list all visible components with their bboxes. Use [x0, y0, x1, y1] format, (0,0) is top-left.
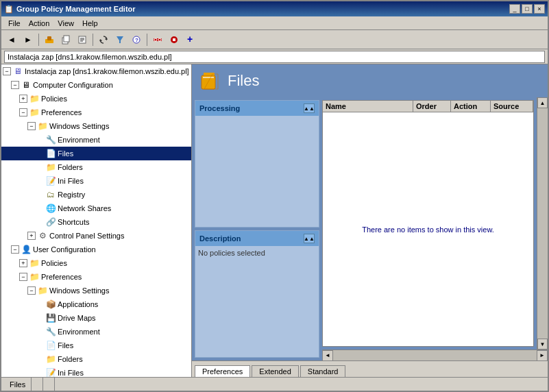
tree-item-networkshares1[interactable]: 🌐 Network Shares [1, 201, 191, 215]
stop-button[interactable] [167, 32, 182, 47]
drivemaps2-icon: 💾 [45, 313, 56, 323]
inifiles2-icon: 📝 [45, 367, 56, 377]
scroll-up-button[interactable]: ▲ [537, 97, 548, 108]
tree-item-winsettings1[interactable]: − 📁 Windows Settings [1, 119, 191, 133]
address-bar [1, 49, 548, 64]
title-bar-left: 📋 Group Policy Management Editor [4, 5, 136, 14]
expand-computer[interactable]: − [11, 81, 19, 89]
svg-text:+: + [187, 35, 193, 45]
window-title: Group Policy Management Editor [16, 5, 136, 13]
tree-item-preferences1[interactable]: − 📁 Preferences [1, 106, 191, 119]
tree-item-controlpanel1[interactable]: + ⚙ Control Panel Settings [1, 229, 191, 243]
expand-user[interactable]: − [11, 245, 19, 254]
policies1-icon: 📁 [29, 93, 40, 104]
col-name[interactable]: Name [323, 101, 413, 112]
refresh-button[interactable] [96, 32, 111, 47]
tree-item-environment1[interactable]: 🔧 Environment [1, 133, 191, 147]
tree-item-folders1[interactable]: 📁 Folders [1, 160, 191, 174]
properties-button[interactable] [75, 32, 90, 47]
list-header: Name Order Action Source [323, 101, 533, 112]
tree-item-files2[interactable]: 📄 Files [1, 339, 191, 352]
expand-preferences2[interactable]: − [19, 273, 27, 281]
add-button[interactable]: + [183, 32, 198, 47]
description-collapse-btn[interactable]: ▲▲ [304, 234, 315, 243]
tree-item-root[interactable]: − 🖥 Instalacja zap [dns1.krakow.filemon.… [1, 64, 191, 78]
forward-button[interactable]: ► [21, 32, 36, 47]
tab-standard[interactable]: Standard [300, 365, 346, 377]
winsettings2-icon: 📁 [37, 285, 48, 296]
description-pane-title: Description [199, 234, 241, 243]
help-button[interactable]: ? [129, 32, 144, 47]
col-action[interactable]: Action [451, 101, 491, 112]
left-panes: Processing ▲▲ Description ▲▲ No policies… [192, 97, 322, 360]
tree-item-preferences2[interactable]: − 📁 Preferences [1, 270, 191, 284]
expand-winsettings2[interactable]: − [27, 286, 36, 295]
tree-item-files1[interactable]: 📄 Files [1, 147, 191, 160]
expand-winsettings1[interactable]: − [27, 122, 36, 130]
tree-item-policies1[interactable]: + 📁 Policies [1, 92, 191, 106]
address-input[interactable] [4, 51, 545, 63]
controlpanel1-label: Control Panel Settings [49, 232, 124, 240]
scroll-track[interactable] [537, 108, 548, 339]
tree-item-policies2[interactable]: + 📁 Policies [1, 256, 191, 270]
horizontal-scrollbar[interactable]: ◄ ► [322, 350, 548, 360]
tab-extended[interactable]: Extended [252, 365, 298, 377]
scroll-left-button[interactable]: ◄ [322, 350, 333, 361]
vertical-scrollbar[interactable]: ▲ ▼ [537, 97, 548, 350]
folders2-label: Folders [58, 355, 83, 363]
expand-root[interactable]: − [3, 67, 11, 75]
expand-controlpanel1[interactable]: + [27, 232, 36, 240]
copy-button[interactable] [58, 32, 73, 47]
tree-item-registry1[interactable]: 🗂 Registry [1, 188, 191, 201]
processing-pane-title: Processing [199, 104, 240, 112]
tree-item-inifiles1[interactable]: 📝 Ini Files [1, 174, 191, 188]
svg-text:?: ? [135, 37, 138, 43]
tab-preferences[interactable]: Preferences [195, 365, 250, 377]
tree-item-user[interactable]: − 👤 User Configuration [1, 243, 191, 256]
scroll-right-button[interactable]: ► [537, 350, 548, 361]
expand-policies2[interactable]: + [19, 259, 27, 267]
minimize-button[interactable]: _ [509, 4, 520, 14]
tree-item-winsettings2[interactable]: − 📁 Windows Settings [1, 284, 191, 297]
preferences1-icon: 📁 [29, 107, 40, 118]
tree-item-shortcuts1[interactable]: 🔗 Shortcuts [1, 215, 191, 229]
description-pane-header[interactable]: Description ▲▲ [195, 231, 319, 246]
tree-item-inifiles2[interactable]: 📝 Ini Files [1, 366, 191, 377]
menu-action[interactable]: Action [25, 18, 54, 29]
h-scroll-track[interactable] [333, 350, 537, 360]
files1-label: Files [58, 149, 73, 158]
tree-item-folders2[interactable]: 📁 Folders [1, 352, 191, 366]
processing-pane-header[interactable]: Processing ▲▲ [195, 101, 319, 116]
empty-message: There are no items to show in this view. [362, 225, 494, 234]
main-content: − 🖥 Instalacja zap [dns1.krakow.filemon.… [1, 64, 548, 377]
winsettings2-label: Windows Settings [49, 286, 109, 295]
back-button[interactable]: ◄ [4, 32, 19, 47]
expand-preferences1[interactable]: − [19, 108, 27, 117]
maximize-button[interactable]: □ [522, 4, 533, 14]
networkshares1-label: Network Shares [58, 204, 111, 212]
controlpanel1-icon: ⚙ [37, 230, 48, 241]
menu-view[interactable]: View [53, 18, 78, 29]
svg-marker-8 [105, 38, 107, 40]
processing-collapse-btn[interactable]: ▲▲ [304, 103, 315, 113]
menu-file[interactable]: File [4, 18, 25, 29]
scroll-down-button[interactable]: ▼ [537, 339, 548, 350]
close-button[interactable]: × [534, 4, 545, 14]
root-icon: 🖥 [12, 66, 23, 77]
settings-button[interactable] [150, 32, 165, 47]
description-pane: Description ▲▲ No policies selected [195, 230, 319, 358]
description-text: No policies selected [198, 249, 265, 257]
files2-icon: 📄 [45, 340, 56, 351]
tree-item-drivemaps2[interactable]: 💾 Drive Maps [1, 311, 191, 325]
col-order[interactable]: Order [413, 101, 451, 112]
expand-policies1[interactable]: + [19, 95, 27, 103]
filter-button[interactable] [112, 32, 127, 47]
menu-help[interactable]: Help [78, 18, 102, 29]
tree-item-environment2[interactable]: 🔧 Environment [1, 325, 191, 339]
tree-item-computer[interactable]: − 🖥 Computer Configuration [1, 78, 191, 92]
winsettings1-label: Windows Settings [49, 122, 109, 130]
up-button[interactable] [42, 32, 57, 47]
tree-item-applications2[interactable]: 📦 Applications [1, 297, 191, 311]
inifiles2-label: Ini Files [58, 369, 84, 377]
col-source[interactable]: Source [491, 101, 533, 112]
